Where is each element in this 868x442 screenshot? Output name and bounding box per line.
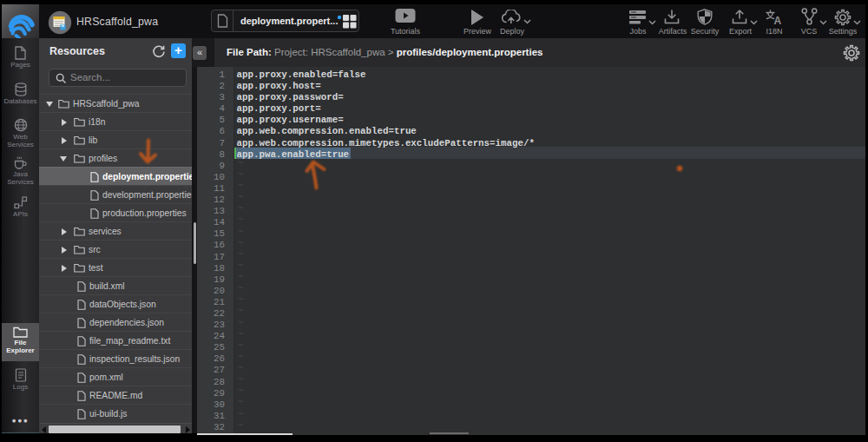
svg-text:A: A [774, 15, 782, 25]
